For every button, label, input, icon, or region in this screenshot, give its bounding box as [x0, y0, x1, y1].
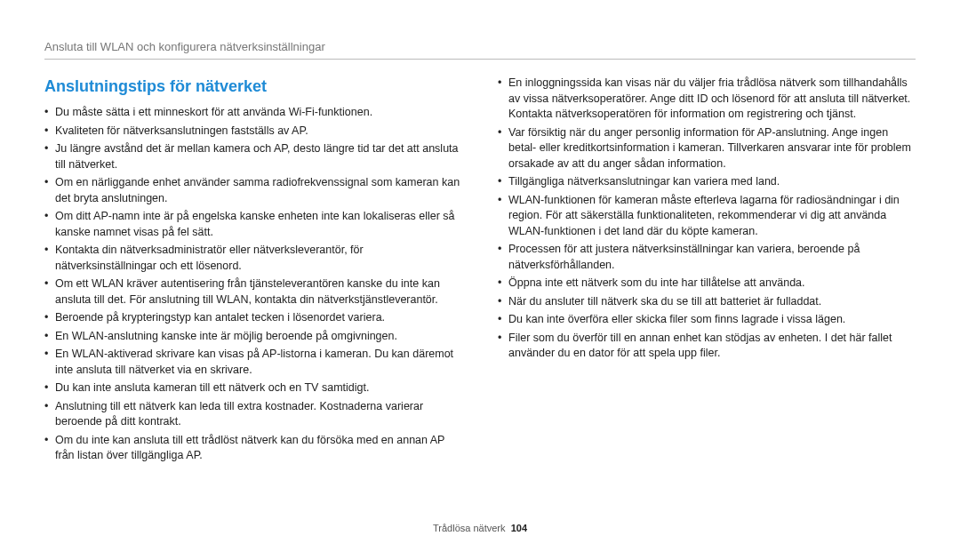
list-item: Beroende på krypteringstyp kan antalet t… — [44, 310, 462, 326]
list-item: Om en närliggande enhet använder samma r… — [44, 175, 462, 206]
list-item: Processen för att justera nätverksinstäl… — [498, 242, 916, 273]
content-columns: Anslutningstips för nätverket Du måste s… — [44, 76, 916, 514]
list-item: Ju längre avstånd det är mellan kamera o… — [44, 141, 462, 172]
list-item: Öppna inte ett nätverk som du inte har t… — [498, 276, 916, 292]
list-item: Du måste sätta i ett minneskort för att … — [44, 105, 462, 121]
list-item: Om du inte kan ansluta till ett trådlöst… — [44, 433, 462, 464]
list-item: Om ditt AP-namn inte är på engelska kans… — [44, 209, 462, 240]
page: Ansluta till WLAN och konfigurera nätver… — [0, 0, 960, 560]
section-title: Anslutningstips för nätverket — [44, 76, 462, 98]
list-item: Kvaliteten för nätverksanslutningen fast… — [44, 124, 462, 140]
list-item: Du kan inte ansluta kameran till ett nät… — [44, 380, 462, 396]
footer: Trådlösa nätverk 104 — [44, 514, 916, 533]
list-item: Du kan inte överföra eller skicka filer … — [498, 312, 916, 328]
right-column: En inloggningssida kan visas när du välj… — [498, 76, 916, 514]
list-item: Filer som du överför till en annan enhet… — [498, 331, 916, 362]
list-item: Om ett WLAN kräver autentisering från tj… — [44, 276, 462, 308]
list-item: När du ansluter till nätverk ska du se t… — [498, 294, 916, 310]
list-item: Var försiktig när du anger personlig inf… — [498, 125, 916, 172]
footer-label: Trådlösa nätverk — [433, 523, 506, 533]
list-item: Tillgängliga nätverksanslutningar kan va… — [498, 174, 916, 190]
right-list: En inloggningssida kan visas när du välj… — [498, 76, 916, 362]
left-list: Du måste sätta i ett minneskort för att … — [44, 105, 462, 464]
list-item: WLAN-funktionen för kameran måste efterl… — [498, 193, 916, 240]
page-number: 104 — [511, 523, 527, 533]
list-item: En WLAN-anslutning kanske inte är möjlig… — [44, 329, 462, 345]
list-item: Kontakta din nätverksadministratör eller… — [44, 243, 462, 274]
left-column: Anslutningstips för nätverket Du måste s… — [44, 76, 462, 514]
list-item: En WLAN-aktiverad skrivare kan visas på … — [44, 347, 462, 378]
list-item: En inloggningssida kan visas när du välj… — [498, 76, 916, 123]
breadcrumb: Ansluta till WLAN och konfigurera nätver… — [44, 40, 916, 60]
breadcrumb-text: Ansluta till WLAN och konfigurera nätver… — [44, 40, 325, 53]
list-item: Anslutning till ett nätverk kan leda til… — [44, 399, 462, 430]
